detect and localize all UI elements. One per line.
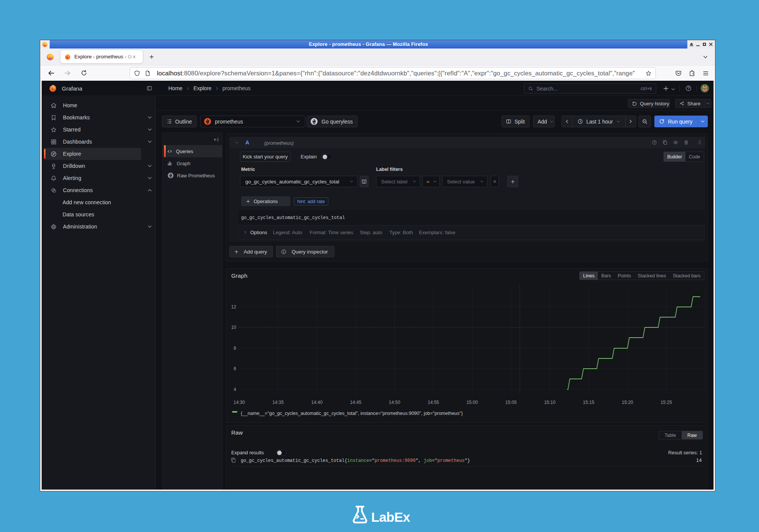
svg-text:10: 10 bbox=[231, 325, 237, 330]
svg-text:14:55: 14:55 bbox=[428, 400, 439, 405]
svg-text:{__name__="go_gc_cycles_automa: {__name__="go_gc_cycles_automatic_gc_cyc… bbox=[241, 411, 463, 416]
svg-text:4: 4 bbox=[234, 387, 236, 392]
svg-text:15:00: 15:00 bbox=[466, 400, 478, 405]
svg-text:14:30: 14:30 bbox=[234, 400, 245, 405]
svg-text:15:25: 15:25 bbox=[660, 400, 672, 405]
svg-text:12: 12 bbox=[231, 304, 237, 310]
svg-text:14:50: 14:50 bbox=[389, 400, 400, 405]
svg-text:15:05: 15:05 bbox=[505, 400, 517, 405]
svg-text:15:10: 15:10 bbox=[544, 400, 555, 405]
svg-text:8: 8 bbox=[234, 346, 236, 351]
svg-text:14:35: 14:35 bbox=[272, 400, 284, 405]
svg-text:14:45: 14:45 bbox=[350, 400, 361, 405]
svg-text:6: 6 bbox=[234, 366, 236, 371]
svg-text:LabEx: LabEx bbox=[371, 510, 411, 524]
svg-text:14:40: 14:40 bbox=[311, 400, 323, 405]
svg-text:15:15: 15:15 bbox=[583, 400, 594, 405]
svg-text:15:20: 15:20 bbox=[622, 400, 633, 405]
